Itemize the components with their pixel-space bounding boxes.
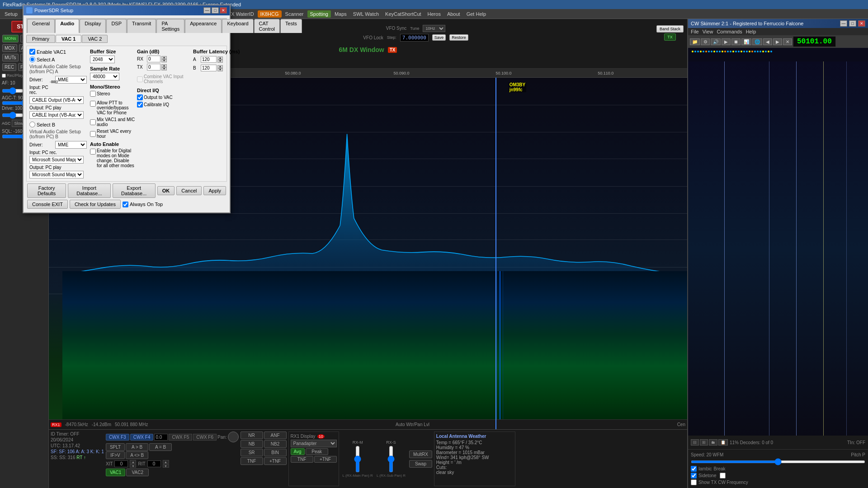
rxs-slider[interactable] [387,446,395,473]
tab-appearance[interactable]: Appearance [185,19,222,33]
cw-menu-file[interactable]: File [691,29,699,34]
cw-tb-btn-8[interactable]: ◀ [763,38,772,45]
sr-button[interactable]: SR [241,449,263,456]
menu-gethelp[interactable]: Get Help [464,10,489,18]
calibrate-iq-check[interactable] [137,102,143,108]
buffer-b-down[interactable]: ▼ [217,68,223,71]
select-b-radio[interactable] [29,122,35,127]
save-button[interactable]: Save [432,34,446,41]
menu-maps[interactable]: Maps [332,10,349,18]
buffer-a-input[interactable]: 120 [201,56,217,63]
tab-audio[interactable]: Audio [55,19,79,33]
bw-input[interactable] [154,434,168,441]
break-check[interactable] [720,473,726,479]
rx1-mode-select[interactable]: Panadapter [291,440,337,447]
plus-tnf-button[interactable]: +TNF [264,457,287,465]
iambic-check[interactable] [691,466,697,472]
anf-button[interactable]: ANF [264,432,287,439]
tab-pa-settings[interactable]: PA Settings [156,19,184,33]
gain-rx-input[interactable] [147,56,160,62]
cw-bottom-btn-3[interactable]: 🖿 [709,439,717,446]
mix-vac-check[interactable] [90,119,96,125]
sub-tab-vac1[interactable]: VAC 1 [56,35,82,43]
if-v-button[interactable]: IF>V [106,451,125,459]
rxm-slider[interactable] [354,446,361,473]
enable-vac1-check[interactable] [29,49,35,55]
cw-tb-btn-10[interactable]: ✕ [783,38,792,45]
gain-tx-input[interactable] [147,64,160,70]
vac2-button[interactable]: VAC2 [126,469,149,476]
check-updates-button[interactable]: Check for Updates [70,200,121,209]
rec-button[interactable]: REC [2,63,16,71]
tab-transmit[interactable]: Transmit [127,19,156,33]
swap-button[interactable]: Swap [409,460,432,468]
import-database-button[interactable]: Import Database... [68,183,111,198]
dialog-close-button[interactable]: ✕ [220,7,227,14]
cwx-f4-button[interactable]: CWX F4 [130,434,154,441]
cw-bottom-btn-1[interactable]: ⊟ [691,439,699,446]
show-tx-cw-check[interactable] [691,479,697,485]
cw-tb-btn-1[interactable]: 📁 [690,38,700,45]
nb-button[interactable]: NB [241,440,263,448]
band-stack-button[interactable]: Band Stack [656,25,684,33]
cw-tb-btn-4[interactable]: ▶ [722,38,731,45]
sub-tab-vac2[interactable]: VAC 2 [82,35,108,43]
multirx-button[interactable]: MultRX [409,450,432,458]
cw-menu-help[interactable]: Help [746,29,756,34]
rit-down-button[interactable]: ▼ [163,464,169,468]
muts-button[interactable]: MUTs [2,54,19,61]
gain-tx-up[interactable]: ▲ [161,64,167,67]
apply-button[interactable]: Apply [203,186,226,195]
tab-keyboard[interactable]: Keyboard [222,19,253,33]
tab-display[interactable]: Display [80,19,106,33]
buffer-a-down[interactable]: ▼ [217,60,223,63]
a-lt-b-button[interactable]: A <> B [126,451,148,459]
menu-setup[interactable]: Setup [2,10,20,18]
restore-button[interactable]: Restore [449,34,468,41]
sample-rate-select[interactable]: 48000 [90,73,119,80]
vac1-button[interactable]: VAC1 [106,469,125,476]
menu-scanner[interactable]: Scanner [283,10,307,18]
menu-keycatshortcut[interactable]: KeyCatShortCut [382,10,424,18]
cw-tb-btn-6[interactable]: 📊 [741,38,751,45]
cw-tb-btn-2[interactable]: ⚙ [701,38,710,45]
cw-tb-btn-5[interactable]: ⏹ [731,38,741,45]
cw-tb-btn-9[interactable]: ▶ [773,38,782,45]
speed-slider[interactable] [691,460,865,463]
cw-bottom-btn-2[interactable]: ⊞ [700,439,708,446]
always-on-top-check[interactable] [123,202,128,207]
gain-rx-down[interactable]: ▼ [161,59,167,62]
menu-heros[interactable]: Heros [425,10,443,18]
a-to-b-button[interactable]: A > B [126,443,148,451]
tab-cat-control[interactable]: CAT Control [254,19,280,33]
auto-enable-check[interactable] [90,149,96,155]
buffer-a-up[interactable]: ▲ [217,56,223,60]
pan-knob[interactable] [228,432,239,442]
tab-dsp[interactable]: DSP [106,19,127,33]
avg-button[interactable]: Avg [291,448,305,455]
gain-rx-up[interactable]: ▲ [161,56,167,59]
cwx-f3-button[interactable]: CWX F3 [106,434,129,441]
splt-button[interactable]: SPLT [106,443,125,451]
cw-minimize-button[interactable]: — [840,20,847,27]
dialog-minimize-button[interactable]: — [203,7,211,14]
tx-main-button[interactable]: TX [664,33,676,41]
nr-button[interactable]: NR [241,432,263,439]
cw-menu-commands[interactable]: Commands [717,29,742,34]
a-eq-b-button[interactable]: A = B [149,443,172,451]
sidetone-check[interactable] [691,473,697,479]
bin-button[interactable]: BIN [264,449,287,456]
cw-tb-btn-3[interactable]: 🔊 [711,38,721,45]
cw-bottom-btn-4[interactable]: 📋 [718,439,728,446]
tune-step-select[interactable]: 10Hz [423,25,445,32]
allow-ptt-check[interactable] [90,101,96,107]
xit-input[interactable] [114,460,128,467]
rit-up-button[interactable]: ▲ [163,460,169,464]
reset-vac-check[interactable] [90,131,96,137]
tab-tests[interactable]: Tests [280,19,302,33]
cw-tb-btn-7[interactable]: 🌐 [752,38,762,45]
tnf-button[interactable]: TNF [241,457,263,465]
mons-button[interactable]: MONs [2,35,19,42]
peak-button[interactable]: Peak [306,448,328,455]
cw-maximize-button[interactable]: □ [849,20,856,27]
